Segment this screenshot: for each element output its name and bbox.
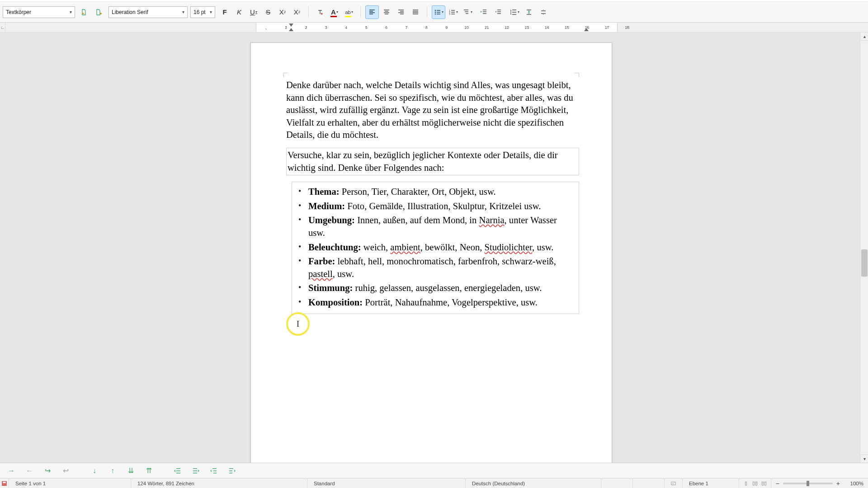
language-status[interactable]: Deutsch (Deutschland) xyxy=(466,479,601,488)
cursor-highlight-icon: I xyxy=(286,312,310,336)
update-style-button[interactable] xyxy=(78,5,91,19)
font-size-combo[interactable]: 16 pt ▾ xyxy=(190,6,215,18)
decrease-para-spacing-button[interactable] xyxy=(537,5,550,19)
font-color-swatch xyxy=(330,16,337,17)
list-item[interactable]: Komposition: Porträt, Nahaufnahme, Vogel… xyxy=(308,296,574,310)
superscript-button[interactable]: X2 xyxy=(276,5,289,19)
font-name-value: Liberation Serif xyxy=(112,9,148,15)
right-indent-marker[interactable] xyxy=(584,28,589,31)
margin-corner-tl xyxy=(283,73,288,77)
bullet-list-button[interactable]: ▾ xyxy=(432,5,445,19)
list-item-text: Innen, außen, auf dem Mond, in xyxy=(355,215,479,225)
scroll-thumb[interactable] xyxy=(861,249,868,277)
demote-sub-button[interactable] xyxy=(225,465,239,477)
save-status-icon[interactable] xyxy=(0,479,9,488)
separator xyxy=(308,7,309,18)
list-item-text: ruhig, gelassen, ausgelassen, energiegel… xyxy=(353,283,542,293)
scroll-up-icon[interactable]: ▴ xyxy=(860,33,868,41)
nav-back-button[interactable]: ← xyxy=(23,465,36,477)
page-style-status[interactable]: Standard xyxy=(307,479,466,488)
first-line-indent-marker[interactable] xyxy=(289,23,293,27)
book-view-icon[interactable]: ▯▯ xyxy=(761,480,767,487)
nav-back-alt-button[interactable]: ↩ xyxy=(59,465,72,477)
zoom-slider[interactable] xyxy=(783,483,833,484)
align-justify-button[interactable] xyxy=(409,5,422,19)
subscript-button[interactable]: X2 xyxy=(290,5,304,19)
spellcheck-word: Studiolichter xyxy=(485,242,533,252)
nav-up-double-button[interactable]: ⇈ xyxy=(142,465,156,477)
nav-up-button[interactable]: ↑ xyxy=(106,465,119,477)
highlight-color-button[interactable]: ab ▾ xyxy=(342,5,356,19)
align-center-button[interactable] xyxy=(380,5,393,19)
word-count-status[interactable]: 124 Wörter, 891 Zeichen xyxy=(131,479,307,488)
page-status[interactable]: Seite 1 von 1 xyxy=(9,479,131,488)
nav-forward-alt-button[interactable]: ↪ xyxy=(41,465,54,477)
horizontal-ruler[interactable]: ∟ 123456789101112131415161718 xyxy=(0,23,868,33)
demote-button[interactable] xyxy=(189,465,203,477)
paragraph-framed[interactable]: Versuche, klar zu sein, bezüglich jeglic… xyxy=(286,148,579,175)
single-page-icon[interactable]: ▯ xyxy=(743,480,749,487)
view-mode-icons[interactable]: ▯ ▯▯ ▯▯ xyxy=(739,479,771,488)
hanging-indent-marker[interactable] xyxy=(289,28,293,31)
zoom-slider-knob[interactable] xyxy=(807,481,809,486)
list-item[interactable]: Farbe: lebhaft, hell, monochromatisch, f… xyxy=(308,254,574,281)
strike-button[interactable]: S xyxy=(261,5,275,19)
bullet-list[interactable]: Thema: Person, Tier, Charakter, Ort, Obj… xyxy=(292,182,579,314)
list-item-label: Thema: xyxy=(308,187,340,197)
decrease-indent-button[interactable] xyxy=(491,5,505,19)
font-color-button[interactable]: A ▾ xyxy=(328,5,341,19)
list-item-label: Farbe: xyxy=(308,256,335,266)
navigation-toolbar: → ← ↪ ↩ ↓ ↑ ⇊ ⇈ xyxy=(0,463,868,478)
paragraph[interactable]: Denke darüber nach, welche Details wicht… xyxy=(286,79,579,141)
nav-down-double-button[interactable]: ⇊ xyxy=(124,465,137,477)
multi-page-icon[interactable]: ▯▯ xyxy=(752,480,758,487)
chevron-down-icon: ▾ xyxy=(70,9,72,14)
italic-button[interactable]: K xyxy=(232,5,246,19)
list-item-label: Umgebung: xyxy=(308,215,355,225)
svg-text:3: 3 xyxy=(449,13,450,15)
list-item[interactable]: Stimmung: ruhig, gelassen, ausgelassen, … xyxy=(308,281,574,296)
highlight-color-swatch xyxy=(345,16,351,17)
align-left-button[interactable] xyxy=(365,5,379,19)
vertical-scrollbar[interactable]: ▴ ▾ xyxy=(860,33,868,463)
underline-button[interactable]: U▾ xyxy=(247,5,260,19)
list-item[interactable]: Medium: Foto, Gemälde, Illustration, Sku… xyxy=(308,199,574,214)
spellcheck-word: ambient xyxy=(390,242,420,252)
chevron-down-icon: ▾ xyxy=(182,9,184,14)
number-list-button[interactable]: 123▾ xyxy=(446,5,460,19)
list-item[interactable]: Thema: Person, Tier, Charakter, Ort, Obj… xyxy=(308,185,574,199)
document-page[interactable]: Denke darüber nach, welche Details wicht… xyxy=(250,42,612,463)
promote-sub-button[interactable] xyxy=(207,465,221,477)
ruler-tick: 3 xyxy=(316,25,336,30)
font-name-combo[interactable]: Liberation Serif ▾ xyxy=(108,6,188,18)
new-style-button[interactable] xyxy=(92,5,106,19)
increase-indent-button[interactable] xyxy=(477,5,491,19)
promote-button[interactable] xyxy=(171,465,184,477)
zoom-out-button[interactable]: − xyxy=(776,480,779,487)
bold-button[interactable]: F xyxy=(218,5,231,19)
document-body[interactable]: Denke darüber nach, welche Details wicht… xyxy=(286,79,579,314)
nav-down-button[interactable]: ↓ xyxy=(88,465,101,477)
scroll-down-icon[interactable]: ▾ xyxy=(860,455,868,463)
outline-list-button[interactable]: ▾ xyxy=(461,5,474,19)
nav-forward-button[interactable]: → xyxy=(5,465,18,477)
ruler-tick: 2 xyxy=(296,25,316,30)
paragraph-style-combo[interactable]: Textkörper ▾ xyxy=(3,6,75,18)
svg-rect-8 xyxy=(671,482,675,484)
clear-formatting-button[interactable] xyxy=(313,5,327,19)
list-item[interactable]: Beleuchtung: weich, ambient, bewölkt, Ne… xyxy=(308,240,574,255)
line-spacing-button[interactable]: ▾ xyxy=(508,5,521,19)
zoom-in-button[interactable]: + xyxy=(836,480,840,487)
list-item-text: , usw. xyxy=(333,269,354,279)
align-right-button[interactable] xyxy=(394,5,408,19)
insert-mode-status[interactable] xyxy=(601,479,633,488)
selection-mode-status[interactable] xyxy=(633,479,665,488)
spellcheck-word: pastell xyxy=(308,269,333,279)
zoom-value[interactable]: 100% xyxy=(844,481,863,486)
outline-level-status[interactable]: Ebene 1 xyxy=(683,479,739,488)
status-bar: Seite 1 von 1 124 Wörter, 891 Zeichen St… xyxy=(0,478,868,488)
ruler-tick: 4 xyxy=(336,25,356,30)
list-item[interactable]: Umgebung: Innen, außen, auf dem Mond, in… xyxy=(308,213,574,240)
signature-status[interactable] xyxy=(665,479,683,488)
increase-para-spacing-button[interactable] xyxy=(522,5,536,19)
